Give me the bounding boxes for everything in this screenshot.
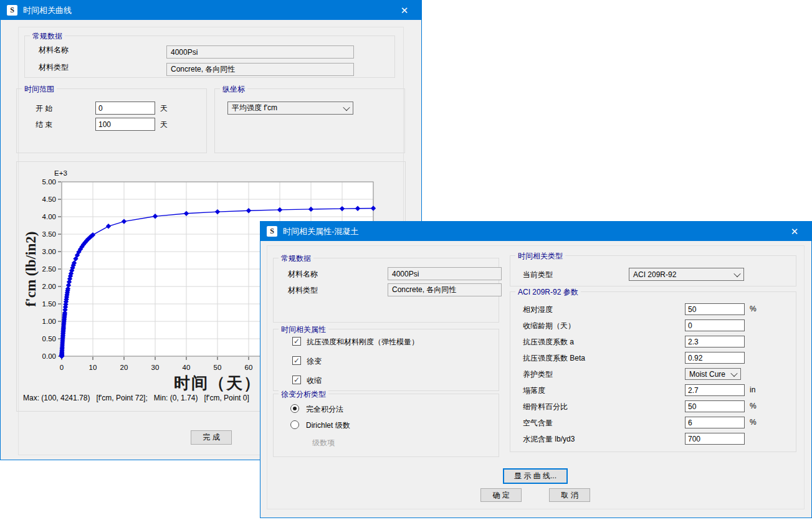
svg-text:1.00: 1.00 bbox=[42, 318, 56, 325]
svg-text:3.50: 3.50 bbox=[42, 230, 56, 238]
param-label-air-content: 空气含量 bbox=[523, 418, 553, 428]
svg-text:0: 0 bbox=[60, 364, 64, 371]
dialog2-titlebar[interactable]: S 时间相关属性-混凝土 ✕ bbox=[260, 222, 811, 241]
checkbox-compressive-strength-label: 抗压强度和材料刚度（弹性模量） bbox=[307, 337, 419, 347]
start-unit-label: 天 bbox=[160, 103, 168, 114]
checkbox-shrinkage-label: 收缩 bbox=[307, 376, 322, 386]
group-aci-parameters: ACI 209R-92 参数 相对湿度 % 收缩龄期（天） 抗压强度系数 a 抗… bbox=[510, 291, 796, 452]
material-type-value: Concrete, 各向同性 bbox=[392, 285, 456, 295]
param-label-cement-content: 水泥含量 lb/yd3 bbox=[523, 434, 575, 445]
material-type-field: Concrete, 各向同性 bbox=[166, 63, 354, 76]
dialog1-title: 时间相关曲线 bbox=[23, 5, 72, 16]
dialog1-titlebar[interactable]: S 时间相关曲线 ✕ bbox=[1, 1, 421, 20]
ordinate-select[interactable]: 平均强度 f'cm bbox=[227, 102, 353, 115]
svg-text:0.00: 0.00 bbox=[42, 352, 56, 360]
radio-dirichlet-series[interactable] bbox=[290, 420, 299, 429]
group-label: 常规数据 bbox=[30, 31, 65, 42]
param-label-fine-aggregate: 细骨料百分比 bbox=[523, 402, 568, 412]
group-ordinate: 纵坐标 平均强度 f'cm bbox=[214, 88, 405, 153]
cure-type-selected-value: Moist Cure bbox=[689, 370, 725, 379]
app-icon: S bbox=[7, 5, 17, 16]
param-label-relative-humidity: 相对湿度 bbox=[523, 305, 553, 315]
radio-full-integration[interactable] bbox=[290, 404, 299, 413]
material-type-field: Concrete, 各向同性 bbox=[388, 283, 502, 296]
param-label-shrinkage-age: 收缩龄期（天） bbox=[523, 321, 575, 331]
svg-text:4.50: 4.50 bbox=[42, 196, 56, 203]
svg-text:50: 50 bbox=[214, 364, 222, 371]
start-label: 开 始 bbox=[36, 103, 52, 114]
svg-text:1.50: 1.50 bbox=[42, 300, 56, 308]
svg-text:3.00: 3.00 bbox=[42, 248, 56, 255]
group-label: 徐变分析类型 bbox=[279, 389, 328, 400]
param-unit: % bbox=[750, 305, 757, 313]
app-icon: S bbox=[267, 226, 277, 237]
end-input[interactable] bbox=[95, 118, 155, 131]
svg-text:时间（天）: 时间（天） bbox=[174, 374, 261, 392]
param-input-air-content[interactable] bbox=[685, 417, 745, 428]
checkbox-creep-label: 徐变 bbox=[307, 356, 322, 367]
svg-text:E+3: E+3 bbox=[54, 169, 67, 177]
svg-text:4.00: 4.00 bbox=[42, 213, 56, 220]
param-input-cement-content[interactable] bbox=[685, 433, 745, 445]
group-time-dependent-properties: 时间相关属性 ✓ 抗压强度和材料刚度（弹性模量） ✓ 徐变 ✓ 收缩 bbox=[273, 329, 499, 391]
param-input-strength-coeff-beta[interactable] bbox=[685, 352, 745, 364]
param-unit: in bbox=[750, 385, 755, 394]
svg-text:40: 40 bbox=[183, 364, 191, 371]
group-general-data: 常规数据 材料名称 4000Psi 材料类型 Concrete, 各向同性 bbox=[24, 35, 395, 78]
checkbox-shrinkage[interactable]: ✓ bbox=[292, 376, 301, 384]
param-input-shrinkage-age[interactable] bbox=[685, 319, 745, 331]
param-label-slump: 塌落度 bbox=[523, 385, 545, 396]
group-label: 时间相关类型 bbox=[515, 251, 565, 262]
param-unit: % bbox=[750, 402, 757, 410]
svg-text:20: 20 bbox=[120, 364, 128, 371]
group-label: ACI 209R-92 参数 bbox=[515, 287, 581, 298]
ordinate-selected-value: 平均强度 f'cm bbox=[232, 103, 277, 113]
done-button[interactable]: 完 成 bbox=[191, 430, 232, 445]
group-creep-analysis-type: 徐变分析类型 完全积分法 Dirichlet 级数 级数项 bbox=[273, 394, 499, 457]
group-time-range: 时间范围 开 始 天 结 束 天 bbox=[16, 88, 207, 153]
param-label-strength-coeff-a: 抗压强度系数 a bbox=[523, 337, 574, 347]
param-input-fine-aggregate[interactable] bbox=[685, 400, 745, 412]
param-label-cure-type: 养护类型 bbox=[523, 369, 553, 380]
group-label: 常规数据 bbox=[279, 253, 313, 264]
material-name-value: 4000Psi bbox=[392, 270, 419, 278]
group-label: 时间范围 bbox=[22, 84, 57, 95]
end-label: 结 束 bbox=[36, 120, 52, 130]
chart-max-min-annotation: Max: (100, 4241.78) [f'cm, Point 72]; Mi… bbox=[23, 394, 249, 402]
svg-text:2.00: 2.00 bbox=[42, 283, 56, 290]
svg-text:10: 10 bbox=[89, 364, 97, 371]
group-general-data: 常规数据 材料名称 4000Psi 材料类型 Concrete, 各向同性 bbox=[273, 258, 499, 323]
current-type-selected-value: ACI 209R-92 bbox=[633, 270, 676, 279]
param-input-strength-coeff-a[interactable] bbox=[685, 336, 745, 347]
param-unit: % bbox=[750, 418, 757, 427]
close-icon[interactable]: ✕ bbox=[784, 226, 805, 237]
current-type-select[interactable]: ACI 209R-92 bbox=[629, 268, 744, 281]
show-curve-button[interactable]: 显 示 曲 线... bbox=[503, 468, 568, 484]
material-name-label: 材料名称 bbox=[39, 45, 69, 55]
close-icon[interactable]: ✕ bbox=[394, 5, 415, 16]
cancel-button[interactable]: 取 消 bbox=[549, 488, 590, 502]
desktop: { "icons": { "app": "S", "close": "✕", "… bbox=[0, 0, 812, 520]
svg-text:60: 60 bbox=[245, 364, 253, 371]
svg-text:30: 30 bbox=[151, 364, 160, 371]
param-label-strength-coeff-beta: 抗压强度系数 Beta bbox=[523, 353, 585, 364]
chevron-down-icon bbox=[733, 270, 740, 277]
param-input-slump[interactable] bbox=[685, 384, 745, 396]
svg-text:0.50: 0.50 bbox=[42, 335, 56, 343]
material-name-field: 4000Psi bbox=[388, 267, 502, 280]
ok-button[interactable]: 确 定 bbox=[480, 488, 522, 502]
group-label: 时间相关属性 bbox=[279, 324, 328, 335]
svg-text:f'cm (lb/in2): f'cm (lb/in2) bbox=[23, 232, 39, 307]
checkbox-creep[interactable]: ✓ bbox=[292, 356, 301, 365]
current-type-label: 当前类型 bbox=[523, 270, 553, 280]
material-name-label: 材料名称 bbox=[288, 269, 318, 280]
param-input-relative-humidity[interactable] bbox=[685, 303, 745, 315]
checkbox-compressive-strength[interactable]: ✓ bbox=[292, 337, 301, 346]
start-input[interactable] bbox=[95, 102, 155, 115]
cure-type-select[interactable]: Moist Cure bbox=[685, 368, 741, 380]
svg-text:5.00: 5.00 bbox=[42, 178, 56, 186]
dialog-time-dependent-properties: S 时间相关属性-混凝土 ✕ 常规数据 材料名称 4000Psi 材料类型 Co… bbox=[260, 221, 812, 518]
series-terms-label: 级数项 bbox=[312, 438, 335, 448]
material-type-label: 材料类型 bbox=[288, 285, 318, 296]
material-name-value: 4000Psi bbox=[171, 48, 198, 57]
